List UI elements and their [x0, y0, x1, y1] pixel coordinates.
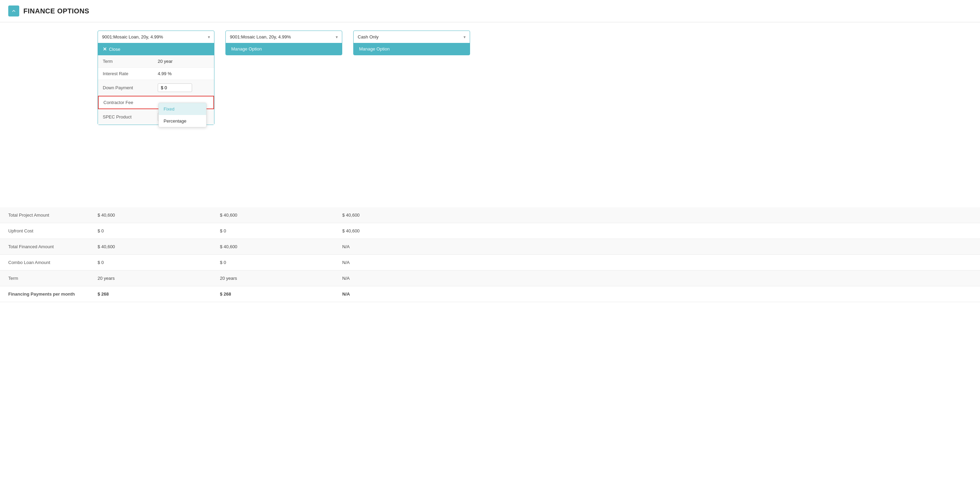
- contractor-fee-label: Contractor Fee: [103, 100, 158, 105]
- table-row: Upfront Cost$ 0$ 0$ 40,600: [0, 223, 980, 239]
- down-payment-input[interactable]: [158, 83, 192, 92]
- row-value-col2: $ 40,600: [212, 207, 334, 223]
- table-rows: Total Project Amount$ 40,600$ 40,600$ 40…: [0, 207, 980, 302]
- col2-select-row: 9001:Mosaic Loan, 20y, 4.99% ▾: [226, 31, 342, 43]
- row-value-col3: N/A: [334, 286, 456, 302]
- col1-dropdown-arrow[interactable]: ▾: [208, 35, 210, 40]
- down-payment-row: Down Payment: [98, 80, 214, 96]
- term-label: Term: [103, 59, 158, 64]
- row-label: Combo Loan Amount: [0, 255, 89, 270]
- row-value-col2: $ 0: [212, 255, 334, 270]
- page-title: FINANCE OPTIONS: [23, 7, 89, 15]
- table-row: Term20 years20 yearsN/A: [0, 271, 980, 286]
- data-table-section: Total Project Amount$ 40,600$ 40,600$ 40…: [0, 207, 980, 302]
- row-value-col2: $ 0: [212, 223, 334, 239]
- row-value-col3: N/A: [334, 239, 456, 254]
- dropdown-item-percentage[interactable]: Percentage: [159, 115, 206, 127]
- table-row: Total Project Amount$ 40,600$ 40,600$ 40…: [0, 207, 980, 223]
- col3-select-row: Cash Only ▾: [353, 31, 470, 43]
- page-wrapper: FINANCE OPTIONS 9001:Mosaic Loan, 20y, 4…: [0, 0, 980, 482]
- row-label: Financing Payments per month: [0, 286, 89, 302]
- interest-row: Interest Rate 4.99 %: [98, 68, 214, 80]
- col3-dropdown-arrow[interactable]: ▾: [463, 35, 466, 40]
- row-value-col1: $ 40,600: [89, 239, 212, 254]
- dropdown-item-fixed[interactable]: Fixed: [159, 103, 206, 115]
- options-columns: 9001:Mosaic Loan, 20y, 4.99% ▾ ✕ Close T…: [98, 30, 972, 125]
- col3-select-value: Cash Only: [358, 34, 463, 40]
- options-area: 9001:Mosaic Loan, 20y, 4.99% ▾ ✕ Close T…: [0, 22, 980, 125]
- down-payment-label: Down Payment: [103, 85, 158, 90]
- term-value: 20 year: [158, 59, 209, 64]
- row-value-col3: N/A: [334, 271, 456, 286]
- option-column-1: 9001:Mosaic Loan, 20y, 4.99% ▾ ✕ Close T…: [98, 30, 215, 125]
- row-value-col2: $ 268: [212, 286, 334, 302]
- col2-dropdown-arrow[interactable]: ▾: [336, 35, 338, 40]
- col2-manage-option-button[interactable]: Manage Option: [226, 43, 342, 55]
- col3-manage-option-button[interactable]: Manage Option: [353, 43, 470, 55]
- row-value-col3: $ 40,600: [334, 207, 456, 223]
- row-value-col2: $ 40,600: [212, 239, 334, 254]
- contractor-fee-dropdown: Fixed Percentage: [158, 103, 207, 127]
- option-column-3: Cash Only ▾ Manage Option: [353, 30, 470, 55]
- close-label: Close: [109, 47, 120, 52]
- row-value-col3: N/A: [334, 255, 456, 270]
- row-value-col1: $ 268: [89, 286, 212, 302]
- option-column-2: 9001:Mosaic Loan, 20y, 4.99% ▾ Manage Op…: [226, 30, 342, 55]
- table-row: Total Financed Amount$ 40,600$ 40,600N/A: [0, 239, 980, 255]
- row-label: Term: [0, 271, 89, 286]
- contractor-fee-row: Contractor Fee Fixed Percentage: [98, 96, 214, 109]
- close-x-icon: ✕: [103, 46, 107, 52]
- row-value-col1: $ 0: [89, 255, 212, 270]
- row-value-col1: $ 0: [89, 223, 212, 239]
- row-label: Total Project Amount: [0, 207, 89, 223]
- table-row: Financing Payments per month$ 268$ 268N/…: [0, 286, 980, 302]
- collapse-icon[interactable]: [8, 5, 19, 16]
- row-value-col2: 20 years: [212, 271, 334, 286]
- col1-select-row: 9001:Mosaic Loan, 20y, 4.99% ▾: [98, 31, 214, 43]
- row-value-col1: $ 40,600: [89, 207, 212, 223]
- col1-select-value: 9001:Mosaic Loan, 20y, 4.99%: [102, 34, 208, 40]
- close-bar[interactable]: ✕ Close: [98, 43, 214, 55]
- row-label: Upfront Cost: [0, 223, 89, 239]
- term-row: Term 20 year: [98, 55, 214, 68]
- row-label: Total Financed Amount: [0, 239, 89, 254]
- spec-label: SPEC Product: [103, 114, 158, 119]
- row-value-col1: 20 years: [89, 271, 212, 286]
- header: FINANCE OPTIONS: [0, 0, 980, 22]
- interest-value: 4.99 %: [158, 71, 209, 76]
- interest-label: Interest Rate: [103, 71, 158, 76]
- col2-select-value: 9001:Mosaic Loan, 20y, 4.99%: [230, 34, 336, 40]
- row-value-col3: $ 40,600: [334, 223, 456, 239]
- table-row: Combo Loan Amount$ 0$ 0N/A: [0, 255, 980, 271]
